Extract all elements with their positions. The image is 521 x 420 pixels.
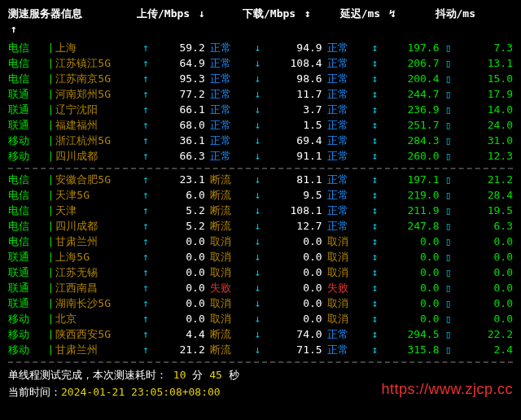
cell-latency: 197.6: [382, 41, 439, 56]
stop-icon: ▯: [440, 41, 456, 56]
cell-jitter: 24.0: [456, 118, 513, 133]
cell-download: 0.0: [265, 296, 322, 312]
arrow-updown-icon: ↕: [368, 343, 383, 358]
cell-upload-status: 正常: [205, 103, 251, 118]
arrow-updown-icon: ↕: [368, 188, 383, 203]
bar-icon: |: [47, 56, 55, 72]
cell-isp: 电信: [8, 234, 47, 250]
arrow-down-icon: ↓: [251, 312, 265, 327]
cell-location: 四川成都: [55, 219, 138, 234]
stop-icon: ▯: [440, 265, 456, 281]
cell-location: 江苏南京5G: [55, 72, 138, 87]
divider: [8, 168, 513, 169]
cell-jitter: 0.0: [456, 312, 513, 327]
arrow-down-icon: ↓: [251, 87, 265, 103]
bar-icon: |: [47, 203, 55, 219]
cell-download-status: 正常: [322, 327, 368, 343]
cell-download-status: 正常: [322, 343, 368, 358]
cell-latency: 206.7: [382, 56, 439, 72]
cell-jitter: 14.0: [456, 103, 513, 118]
cell-latency: 260.0: [382, 149, 439, 164]
cell-download: 1.5: [265, 118, 322, 133]
cell-upload: 59.2: [153, 41, 205, 56]
arrow-up-icon: ↑: [138, 103, 153, 118]
table-row: 移动|北京↑0.0取消↓0.0取消↕0.0▯0.0: [8, 312, 513, 327]
arrow-down-icon: ↓: [251, 234, 265, 250]
stop-icon: ▯: [440, 312, 456, 327]
bar-icon: |: [47, 118, 55, 133]
bar-icon: |: [47, 343, 55, 358]
arrow-down-icon: ↓: [251, 188, 265, 203]
cell-latency: 251.7: [382, 118, 439, 133]
cell-location: 天津: [55, 203, 138, 219]
arrow-up-icon: ↑: [138, 41, 153, 56]
cell-upload-status: 取消: [205, 312, 251, 327]
cell-upload-status: 取消: [205, 234, 251, 250]
stop-icon: ▯: [440, 133, 456, 149]
arrow-updown-icon: ↕: [368, 173, 383, 188]
cell-download: 69.4: [265, 133, 322, 149]
hdr-jitter: 抖动/ms: [436, 7, 475, 20]
arrow-up-icon: ↑: [138, 133, 153, 149]
arrow-updown-icon: ↕: [368, 87, 383, 103]
table-row: 电信|甘肃兰州↑0.0取消↓0.0取消↕0.0▯0.0: [8, 234, 513, 250]
arrow-up-icon: ↑: [138, 203, 153, 219]
arrow-up-icon: ↑: [138, 265, 153, 281]
stop-icon: ▯: [440, 203, 456, 219]
cell-download: 0.0: [265, 250, 322, 265]
cell-upload: 95.3: [153, 72, 205, 87]
arrow-down-icon: ↓: [251, 103, 265, 118]
bar-icon: |: [47, 133, 55, 149]
table-row: 联通|福建福州↑68.0正常↓1.5正常↕251.7▯24.0: [8, 118, 513, 133]
cell-upload: 0.0: [153, 234, 205, 250]
cell-download-status: 正常: [322, 133, 368, 149]
cell-latency: 211.9: [382, 203, 439, 219]
arrow-updown-icon: ↕: [302, 7, 313, 22]
cell-isp: 移动: [8, 149, 47, 164]
arrow-down-icon: ↓: [251, 41, 265, 56]
arrow-down-icon: ↓: [251, 343, 265, 358]
arrow-updown-icon: ↕: [368, 234, 383, 250]
bar-icon: |: [47, 312, 55, 327]
cell-latency: 200.4: [382, 72, 439, 87]
stop-icon: ▯: [440, 149, 456, 164]
cell-download: 12.7: [265, 219, 322, 234]
table-row: 联通|辽宁沈阳↑66.1正常↓3.7正常↕236.9▯14.0: [8, 103, 513, 118]
cell-upload-status: 断流: [205, 327, 251, 343]
cell-download-status: 正常: [322, 56, 368, 72]
cell-download-status: 正常: [322, 41, 368, 56]
arrow-up-icon: ↑: [138, 250, 153, 265]
table-row: 电信|天津5G↑6.0断流↓9.5正常↕219.0▯28.4: [8, 188, 513, 203]
cell-upload-status: 正常: [205, 149, 251, 164]
cell-location: 江苏镇江5G: [55, 56, 138, 72]
cell-download: 91.1: [265, 149, 322, 164]
cell-upload-status: 取消: [205, 250, 251, 265]
cell-isp: 电信: [8, 72, 47, 87]
cell-upload: 66.3: [153, 149, 205, 164]
cell-download: 11.7: [265, 87, 322, 103]
cell-download-status: 取消: [322, 296, 368, 312]
cell-location: 上海5G: [55, 250, 138, 265]
arrow-updown-icon: ↕: [368, 250, 383, 265]
stop-icon: ▯: [440, 327, 456, 343]
arrow-up-icon: ↑: [8, 22, 20, 37]
cell-jitter: 0.0: [456, 281, 513, 296]
cell-upload-status: 断流: [205, 173, 251, 188]
arrow-updown-icon: ↕: [368, 203, 383, 219]
cell-latency: 219.0: [382, 188, 439, 203]
table-row: 电信|四川成都↑5.2断流↓12.7正常↕247.8▯6.3: [8, 219, 513, 234]
cell-download-status: 正常: [322, 103, 368, 118]
cell-upload: 4.4: [153, 327, 205, 343]
arrow-updown-icon: ↕: [368, 312, 383, 327]
cell-location: 安徽合肥5G: [55, 173, 138, 188]
cell-upload: 66.1: [153, 103, 205, 118]
cell-upload-status: 断流: [205, 219, 251, 234]
cell-isp: 电信: [8, 173, 47, 188]
cell-location: 浙江杭州5G: [55, 133, 138, 149]
cell-download-status: 正常: [322, 72, 368, 87]
table-row: 电信|江苏南京5G↑95.3正常↓98.6正常↕200.4▯15.0: [8, 72, 513, 87]
cell-jitter: 0.0: [456, 234, 513, 250]
cell-location: 湖南长沙5G: [55, 296, 138, 312]
bar-icon: |: [47, 281, 55, 296]
cell-latency: 0.0: [382, 265, 439, 281]
